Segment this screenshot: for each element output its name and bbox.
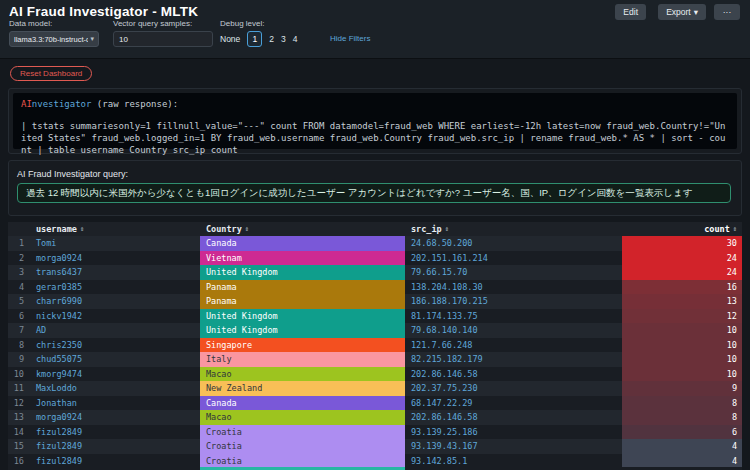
count-cell[interactable]: 8	[622, 396, 742, 411]
count-cell[interactable]: 30	[622, 236, 742, 251]
count-cell[interactable]: 4	[622, 454, 742, 469]
username-cell[interactable]: fizul2849	[28, 439, 200, 454]
count-cell[interactable]: 10	[622, 323, 742, 338]
page-title: AI Fraud Investigator - MLTK	[9, 4, 198, 19]
table-row[interactable]: 12JonathanCanada68.147.22.298	[8, 396, 742, 411]
fraud-query-input[interactable]	[17, 183, 731, 203]
count-cell[interactable]: 13	[622, 294, 742, 309]
country-cell[interactable]: Croatia	[200, 425, 405, 440]
table-row[interactable]: 1TomiCanada24.68.50.20030	[8, 236, 742, 251]
username-cell[interactable]: Tomi	[28, 236, 200, 251]
country-cell[interactable]: Vietnam	[200, 251, 405, 266]
username-cell[interactable]: morga0924	[28, 251, 200, 266]
count-cell[interactable]: 10	[622, 352, 742, 367]
src-ip-cell[interactable]: 93.139.25.186	[405, 425, 622, 440]
reset-dashboard-button[interactable]: Reset Dashboard	[10, 66, 92, 81]
edit-button[interactable]: Edit	[615, 4, 646, 20]
username-cell[interactable]: Jonathan	[28, 396, 200, 411]
count-cell[interactable]: 9	[622, 381, 742, 396]
table-row[interactable]: 4gerar0385Panama138.204.108.3016	[8, 280, 742, 295]
country-cell[interactable]: United Kingdom	[200, 323, 405, 338]
username-cell[interactable]: gerar0385	[28, 280, 200, 295]
src-ip-cell[interactable]: 79.66.15.70	[405, 265, 622, 280]
country-cell[interactable]: United Kingdom	[200, 309, 405, 324]
table-row[interactable]: 3trans6437United Kingdom79.66.15.7024	[8, 265, 742, 280]
src-ip-cell[interactable]: 202.86.146.58	[405, 410, 622, 425]
data-model-dropdown[interactable]: llama3.3:70b-instruct-q4... ▾	[9, 31, 99, 47]
count-cell[interactable]: 16	[622, 280, 742, 295]
src-ip-cell[interactable]: 93.139.43.167	[405, 439, 622, 454]
country-cell[interactable]: Macao	[200, 410, 405, 425]
debug-option-2[interactable]: 2	[269, 34, 274, 44]
username-cell[interactable]: MaxLoddo	[28, 381, 200, 396]
src-ip-cell[interactable]: 202.86.146.58	[405, 367, 622, 382]
country-cell[interactable]: Canada	[200, 236, 405, 251]
username-cell[interactable]: kmorg9474	[28, 367, 200, 382]
src-ip-cell[interactable]: 202.37.75.230	[405, 381, 622, 396]
count-cell[interactable]: 10	[622, 367, 742, 382]
src-ip-cell[interactable]: 93.142.85.1	[405, 454, 622, 469]
table-row[interactable]: 7ADUnited Kingdom79.68.140.14010	[8, 323, 742, 338]
count-cell[interactable]: 6	[622, 425, 742, 440]
debug-option-1[interactable]: 1	[247, 31, 262, 47]
count-cell[interactable]: 4	[622, 439, 742, 454]
country-cell[interactable]: Croatia	[200, 439, 405, 454]
username-cell[interactable]: fizul2849	[28, 454, 200, 469]
src-ip-cell[interactable]: 138.204.108.30	[405, 280, 622, 295]
country-cell[interactable]: Singapore	[200, 338, 405, 353]
username-cell[interactable]: chud55075	[28, 352, 200, 367]
country-cell[interactable]: Italy	[200, 352, 405, 367]
username-cell[interactable]: chris2350	[28, 338, 200, 353]
username-cell[interactable]: trans6437	[28, 265, 200, 280]
table-row[interactable]: 14fizul2849Croatia93.139.25.1866	[8, 425, 742, 440]
table-row[interactable]: 11MaxLoddoNew Zealand202.37.75.2309	[8, 381, 742, 396]
country-cell[interactable]: New Zealand	[200, 381, 405, 396]
country-cell[interactable]: Croatia	[200, 454, 405, 469]
table-row[interactable]: 16fizul2849Croatia93.142.85.14	[8, 454, 742, 469]
country-cell[interactable]: Macao	[200, 367, 405, 382]
debug-option-3[interactable]: 3	[281, 34, 286, 44]
vector-query-input[interactable]	[113, 31, 213, 47]
src-ip-cell[interactable]: 81.174.133.75	[405, 309, 622, 324]
debug-option-4[interactable]: 4	[293, 34, 298, 44]
table-row[interactable]: 10kmorg9474Macao202.86.146.5810	[8, 367, 742, 382]
table-row[interactable]: 6nickv1942United Kingdom81.174.133.7512	[8, 309, 742, 324]
table-row[interactable]: 5charr6990Panama186.188.170.21513	[8, 294, 742, 309]
src-ip-cell[interactable]: 82.215.182.179	[405, 352, 622, 367]
table-row[interactable]: 9chud55075Italy82.215.182.17910	[8, 352, 742, 367]
top-bar: AI Fraud Investigator - MLTK Edit Export…	[0, 0, 750, 59]
count-cell[interactable]: 24	[622, 251, 742, 266]
hide-filters-link[interactable]: Hide Filters	[330, 34, 370, 43]
username-cell[interactable]: fizul2849	[28, 425, 200, 440]
username-cell[interactable]: charr6990	[28, 294, 200, 309]
country-cell[interactable]: Panama	[200, 294, 405, 309]
count-cell[interactable]: 8	[622, 410, 742, 425]
export-button[interactable]: Export▾	[658, 4, 706, 20]
username-cell[interactable]: nickv1942	[28, 309, 200, 324]
count-cell[interactable]: 12	[622, 309, 742, 324]
username-cell[interactable]: AD	[28, 323, 200, 338]
country-cell[interactable]: United Kingdom	[200, 265, 405, 280]
src-ip-cell[interactable]: 79.68.140.140	[405, 323, 622, 338]
src-ip-cell[interactable]: 68.147.22.29	[405, 396, 622, 411]
username-cell[interactable]: morga0924	[28, 410, 200, 425]
more-menu-button[interactable]: ···	[714, 4, 740, 20]
count-cell[interactable]: 24	[622, 265, 742, 280]
country-cell[interactable]: Canada	[200, 396, 405, 411]
header-country[interactable]: Country⇕	[200, 224, 405, 234]
src-ip-cell[interactable]: 202.151.161.214	[405, 251, 622, 266]
src-ip-cell[interactable]: 24.68.50.200	[405, 236, 622, 251]
src-ip-cell[interactable]: 121.7.66.248	[405, 338, 622, 353]
country-cell[interactable]: Panama	[200, 280, 405, 295]
raw-title-ai: AI	[21, 99, 32, 109]
header-username[interactable]: username⇕	[28, 224, 200, 234]
header-src-ip[interactable]: src_ip⇕	[405, 224, 622, 234]
debug-option-none[interactable]: None	[220, 34, 240, 44]
table-row[interactable]: 2morga0924Vietnam202.151.161.21424	[8, 251, 742, 266]
table-row[interactable]: 8chris2350Singapore121.7.66.24810	[8, 338, 742, 353]
count-cell[interactable]: 10	[622, 338, 742, 353]
table-row[interactable]: 13morga0924Macao202.86.146.588	[8, 410, 742, 425]
header-count[interactable]: count⇕	[622, 224, 742, 234]
src-ip-cell[interactable]: 186.188.170.215	[405, 294, 622, 309]
table-row[interactable]: 15fizul2849Croatia93.139.43.1674	[8, 439, 742, 454]
